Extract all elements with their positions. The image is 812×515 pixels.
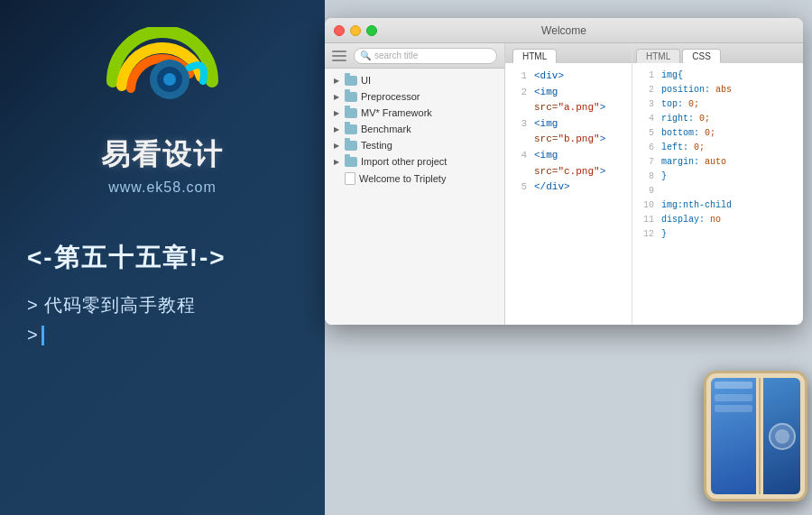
chapter-section: <-第五十五章!-> > 代码零到高手教程 > [18, 241, 307, 345]
search-icon: 🔍 [360, 51, 371, 60]
css-line-12: 12 } [640, 227, 796, 242]
code-line-1: 1 <div> [512, 69, 624, 85]
maximize-button[interactable] [366, 25, 377, 36]
tree-item-import[interactable]: ▶ Import other project [325, 153, 504, 170]
left-panel: 易看设计 www.ek58.com <-第五十五章!-> > 代码零到高手教程 … [0, 0, 325, 515]
tree-label-benchmark: Benchmark [361, 124, 411, 134]
css-line-4: 4 right: 0; [640, 112, 796, 126]
tree-label-testing: Testing [361, 140, 392, 151]
html-tab[interactable]: HTML [512, 49, 557, 63]
chapter-title: <-第五十五章!-> [27, 241, 307, 275]
tree-item-testing[interactable]: ▶ Testing [325, 137, 504, 153]
right-panel: Welcome 🔍 search title ▶ [325, 0, 812, 515]
css-editor-tabs: HTML CSS [632, 43, 803, 63]
sidebar-panel: 🔍 search title ▶ UI ▶ Preproc [325, 43, 505, 325]
file-icon-welcome [345, 172, 355, 185]
tree-item-preprocessor[interactable]: ▶ Preprocessor [325, 88, 504, 105]
subtitle2-text: > [27, 325, 38, 345]
tree-item-welcome[interactable]: ▶ Welcome to Triplety [325, 170, 504, 188]
css-editor: HTML CSS 1 img{ 2 position: abs 3 top: 0… [632, 43, 803, 325]
subtitle2-line: > [27, 325, 307, 345]
folder-icon-mvframework [345, 108, 357, 118]
svg-point-2 [163, 73, 176, 86]
css-line-9: 9 [640, 184, 796, 198]
sidebar-tree: ▶ UI ▶ Preprocessor ▶ MV* Framework [325, 69, 504, 325]
code-line-5: 5 </div> [512, 179, 624, 196]
window-titlebar: Welcome [325, 18, 803, 43]
tree-arrow-import: ▶ [332, 157, 341, 166]
tree-arrow-testing: ▶ [332, 141, 341, 150]
folder-icon-import [345, 157, 357, 167]
css-line-3: 3 top: 0; [640, 97, 796, 112]
folder-icon-preprocessor [345, 92, 357, 102]
tree-item-benchmark[interactable]: ▶ Benchmark [325, 121, 504, 137]
tree-label-ui: UI [361, 75, 371, 86]
css-line-1: 1 img{ [640, 69, 796, 83]
minimize-button[interactable] [350, 25, 361, 36]
search-box[interactable]: 🔍 search title [354, 48, 497, 64]
logo-graphic [90, 27, 235, 135]
css-tab[interactable]: CSS [682, 49, 721, 63]
tree-arrow-preprocessor: ▶ [332, 92, 341, 101]
logo-url-text: www.ek58.com [108, 179, 217, 196]
tree-label-import: Import other project [361, 156, 447, 167]
ide-window: Welcome 🔍 search title ▶ [325, 18, 803, 325]
html-tab-inactive[interactable]: HTML [636, 49, 680, 63]
code-line-4: 4 <img src="c.png"> [512, 148, 624, 179]
html-editor: HTML 1 <div> 2 <img src="a.png"> 3 <img … [505, 43, 632, 325]
css-line-8: 8 } [640, 170, 796, 184]
app-thumbnail [704, 371, 807, 501]
close-button[interactable] [334, 25, 345, 36]
folder-icon-benchmark [345, 124, 357, 134]
tree-arrow-ui: ▶ [332, 76, 341, 85]
css-line-6: 6 left: 0; [640, 141, 796, 155]
html-editor-tabs: HTML [505, 43, 632, 63]
tree-item-mvframework[interactable]: ▶ MV* Framework [325, 105, 504, 121]
window-title: Welcome [541, 24, 586, 37]
tree-label-mvframework: MV* Framework [361, 107, 432, 118]
logo-container: 易看设计 www.ek58.com [90, 27, 235, 196]
search-placeholder: search title [374, 51, 418, 60]
subtitle1: > 代码零到高手教程 [27, 293, 307, 317]
html-editor-content[interactable]: 1 <div> 2 <img src="a.png"> 3 <img src="… [505, 63, 632, 325]
css-line-7: 7 margin: auto [640, 155, 796, 170]
folder-icon-testing [345, 141, 357, 151]
code-line-2: 2 <img src="a.png"> [512, 85, 624, 116]
css-line-5: 5 bottom: 0; [640, 126, 796, 141]
text-cursor [42, 326, 44, 345]
css-line-10: 10 img:nth-child [640, 198, 796, 213]
logo-main-text: 易看设计 [101, 135, 224, 175]
tree-label-welcome: Welcome to Triplety [359, 173, 446, 184]
sidebar-toolbar: 🔍 search title [325, 43, 504, 69]
tree-item-ui[interactable]: ▶ UI [325, 72, 504, 88]
css-line-11: 11 display: no [640, 213, 796, 227]
css-line-2: 2 position: abs [640, 83, 796, 97]
folder-icon-ui [345, 76, 357, 86]
hamburger-icon[interactable] [332, 51, 346, 61]
tree-arrow-benchmark: ▶ [332, 124, 341, 133]
tree-arrow-mvframework: ▶ [332, 108, 341, 117]
traffic-lights [334, 25, 377, 36]
css-editor-content[interactable]: 1 img{ 2 position: abs 3 top: 0; 4 right… [632, 63, 803, 325]
tree-label-preprocessor: Preprocessor [361, 91, 420, 102]
code-line-3: 3 <img src="b.png"> [512, 116, 624, 148]
window-body: 🔍 search title ▶ UI ▶ Preproc [325, 43, 803, 325]
